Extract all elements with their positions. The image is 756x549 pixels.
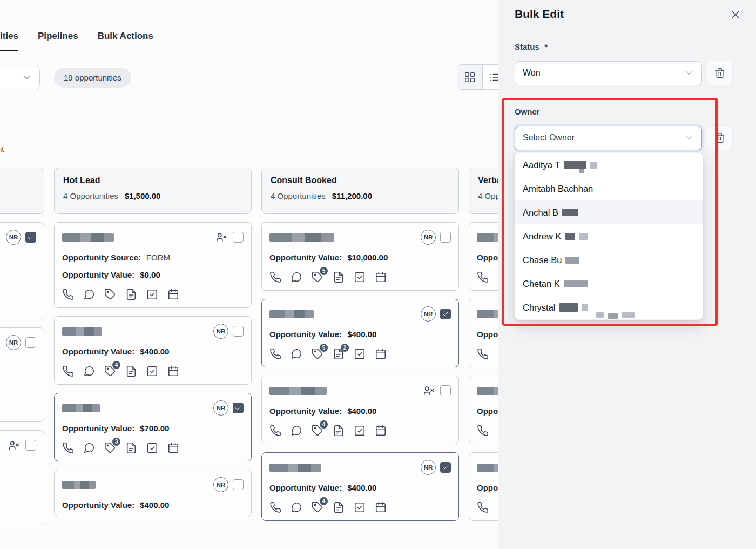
owner-option-highlighted[interactable]: Anchal B [515,200,703,224]
document-icon[interactable] [125,365,137,377]
chat-icon[interactable] [291,501,302,513]
phone-icon[interactable] [62,365,74,377]
chat-icon[interactable] [291,271,302,283]
chat-icon[interactable] [83,289,95,300]
calendar-icon[interactable] [375,348,387,360]
grid-view-button[interactable] [457,65,482,89]
phone-icon[interactable] [477,348,489,360]
card-checkbox[interactable] [233,403,244,413]
owner-option[interactable]: Amitabh Bachhan [515,177,703,200]
calendar-icon[interactable] [167,289,179,300]
owner-option-label: Andrew K [523,231,562,242]
document-icon[interactable]: 2 [333,348,345,360]
owner-option[interactable]: Aaditya T [515,153,703,177]
status-select[interactable]: Won [515,61,702,85]
remove-status-field-button[interactable] [707,61,733,85]
card-checkbox[interactable] [440,462,451,473]
tab-pipelines[interactable]: Pipelines [38,31,78,51]
column-total: $11,200.00 [332,191,372,200]
task-icon[interactable] [146,442,158,454]
owner-option[interactable]: Chetan K [515,272,703,296]
value-label: Opportunity Value: [269,330,342,339]
chat-icon[interactable] [291,348,302,360]
column-title: Hot Lead [63,176,242,185]
document-icon[interactable] [333,425,345,437]
chat-icon[interactable] [291,425,302,437]
opportunity-card[interactable]: NR Opportunity Value: $700.00 3 [54,393,252,461]
phone-icon[interactable] [269,348,281,360]
opportunity-card[interactable]: NR [0,222,44,319]
phone-icon[interactable] [269,271,281,283]
owner-option[interactable]: Chrystal [515,296,703,319]
calendar-icon[interactable] [375,271,387,283]
task-icon[interactable] [146,365,158,377]
edit-link-partial[interactable]: it [0,145,4,153]
card-checkbox[interactable] [440,385,451,396]
phone-icon[interactable] [62,442,74,454]
task-icon[interactable] [354,501,366,513]
card-checkbox[interactable] [440,232,451,243]
document-icon[interactable] [333,271,345,283]
document-icon[interactable] [333,501,345,513]
tab-opportunities[interactable]: ities [0,31,18,51]
tag-icon[interactable]: 5 [312,348,323,360]
task-icon[interactable] [354,348,366,360]
card-checkbox[interactable] [25,232,36,243]
check-icon [234,404,242,412]
opportunity-card[interactable]: NR Opportunity Value: $10,000.00 5 [261,222,459,291]
tag-icon[interactable]: 4 [312,501,323,513]
document-icon[interactable] [125,442,137,454]
tag-icon[interactable]: 5 [312,271,323,283]
owner-select[interactable]: Select Owner [515,126,702,150]
task-icon[interactable] [354,425,366,437]
calendar-icon[interactable] [375,501,387,513]
phone-icon[interactable] [62,289,74,300]
opportunity-card[interactable]: NR Opportunity Value: $400.00 4 [54,316,252,385]
phone-icon[interactable] [269,501,281,513]
tag-icon[interactable]: 3 [104,442,116,454]
value: $10,000.00 [347,253,388,262]
tag-icon[interactable] [104,289,116,300]
card-checkbox[interactable] [25,337,36,348]
card-checkbox[interactable] [440,309,451,319]
remove-owner-field-button[interactable] [707,125,733,150]
close-icon[interactable] [730,9,742,22]
source-label: Opportunity Source: [62,253,141,262]
opportunity-card[interactable]: Opportunity Value: $400.00 4 [261,376,459,444]
task-icon[interactable] [354,271,366,283]
opportunity-card[interactable] [0,430,44,526]
opportunity-card[interactable]: NR Opportunity Value: $400.00 5 2 [261,299,459,367]
opportunity-card[interactable]: Opportunity Source: FORM Opportunity Val… [54,222,252,308]
value: $700.00 [140,424,169,433]
owner-option-label: Anchal B [523,207,558,218]
card-checkbox[interactable] [25,440,36,451]
chat-icon[interactable] [83,365,95,377]
document-icon[interactable] [125,289,137,300]
card-checkbox[interactable] [233,232,244,243]
phone-icon[interactable] [269,425,281,437]
owner-option[interactable]: Andrew K [515,224,703,248]
value: $400.00 [347,330,376,339]
column-total: $1,500.00 [125,191,161,200]
tag-icon[interactable]: 4 [104,365,116,377]
chat-icon[interactable] [83,442,95,454]
phone-icon[interactable] [477,501,489,513]
calendar-icon[interactable] [167,365,179,377]
redacted-text [562,209,578,216]
opportunity-card[interactable]: NR [0,327,44,422]
card-checkbox[interactable] [233,479,244,490]
owner-option[interactable]: Chase Bu [515,248,703,272]
value-label: Opportunity Value: [269,483,342,492]
tab-bulk-actions[interactable]: Bulk Actions [98,31,153,51]
source-value: FORM [146,253,170,262]
phone-icon[interactable] [477,271,489,283]
opportunity-card[interactable]: NR Opportunity Value: $400.00 [54,470,252,517]
opportunity-card[interactable]: NR Opportunity Value: $400.00 4 [261,452,459,521]
card-checkbox[interactable] [233,326,244,337]
phone-icon[interactable] [477,425,489,437]
tag-icon[interactable]: 4 [312,425,323,437]
pipeline-select[interactable] [0,66,40,89]
calendar-icon[interactable] [167,442,179,454]
task-icon[interactable] [146,289,158,300]
calendar-icon[interactable] [375,425,387,437]
